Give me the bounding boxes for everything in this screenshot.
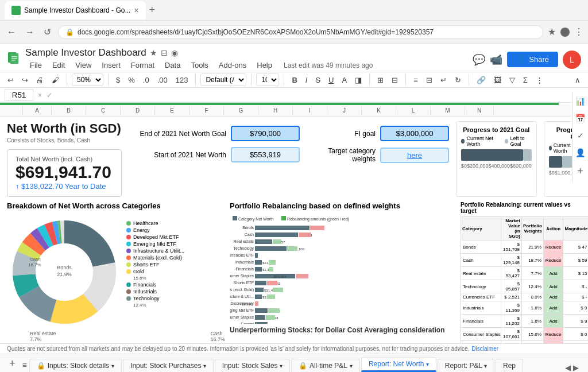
paint-format-button[interactable]: 🖌 bbox=[49, 74, 62, 86]
menu-data[interactable]: Data bbox=[160, 59, 185, 72]
image-button[interactable]: 🖼 bbox=[491, 74, 504, 86]
tab-alltime-pl[interactable]: 🔒 All-time P&L ▾ bbox=[291, 359, 360, 372]
tab-close-button[interactable]: × bbox=[134, 6, 138, 15]
tab-pl[interactable]: Report: P&L ▾ bbox=[438, 359, 494, 372]
share-button[interactable]: 👤 Share bbox=[507, 52, 558, 67]
col-g[interactable]: G bbox=[224, 106, 258, 115]
tab-dropdown-6[interactable]: ▾ bbox=[484, 363, 487, 369]
menu-tools[interactable]: Tools bbox=[186, 59, 212, 72]
address-bar[interactable]: 🔒 docs.google.com/spreadsheets/d/1uayfCj… bbox=[58, 25, 543, 39]
percent-button[interactable]: % bbox=[125, 74, 138, 86]
col-f[interactable]: F bbox=[189, 106, 224, 115]
target-weights-link[interactable]: here bbox=[380, 148, 449, 163]
divider-6 bbox=[369, 74, 370, 86]
sidebar-plus-icon[interactable]: + bbox=[577, 165, 583, 177]
tab-stock-sales[interactable]: Input: Stock Sales ▾ bbox=[215, 359, 290, 372]
currency-button[interactable]: $ bbox=[113, 74, 123, 86]
more-toolbar[interactable]: ⋮ bbox=[533, 74, 546, 86]
strikethrough-button[interactable]: S bbox=[312, 74, 323, 86]
underline-button[interactable]: U bbox=[326, 74, 336, 86]
refresh-button[interactable]: ↺ bbox=[41, 24, 53, 40]
increase-decimal[interactable]: .00 bbox=[154, 74, 171, 86]
tab-dropdown-2[interactable]: ▾ bbox=[203, 363, 206, 369]
tab-dropdown-3[interactable]: ▾ bbox=[280, 363, 283, 369]
tab-dropdown-4[interactable]: ▾ bbox=[350, 363, 353, 369]
col-b[interactable]: B bbox=[52, 106, 86, 115]
tab-scroll-right[interactable]: ▶ bbox=[573, 363, 579, 372]
menu-help[interactable]: Help bbox=[252, 59, 277, 72]
text-color-button[interactable]: A bbox=[339, 74, 350, 86]
align-button[interactable]: ≡ bbox=[411, 74, 421, 86]
svg-text:Infrastructure & Util...: Infrastructure & Util... bbox=[230, 294, 254, 299]
settings-icon[interactable]: ⋮ bbox=[574, 26, 583, 37]
menu-view[interactable]: View bbox=[71, 59, 96, 72]
chat-icon[interactable]: 💬 bbox=[473, 53, 485, 66]
col-k[interactable]: K bbox=[362, 106, 396, 115]
sheet-list-button[interactable]: ≡ bbox=[20, 358, 29, 372]
bookmark-star-icon[interactable]: ★ bbox=[548, 26, 556, 37]
bookmark-icon[interactable]: ⊟ bbox=[161, 48, 168, 57]
sidebar-contacts-icon[interactable]: 👤 bbox=[575, 148, 585, 157]
star-icon[interactable]: ★ bbox=[150, 48, 157, 57]
shorts-color bbox=[126, 262, 131, 267]
col-l[interactable]: L bbox=[396, 106, 431, 115]
tab-rep[interactable]: Rep bbox=[496, 359, 523, 372]
borders-button[interactable]: ⊞ bbox=[374, 74, 386, 86]
more-formats[interactable]: 123 bbox=[173, 74, 191, 86]
bold-button[interactable]: B bbox=[289, 74, 300, 86]
font-select[interactable]: Default (Ari...) bbox=[200, 73, 246, 86]
col-a[interactable]: A bbox=[23, 106, 52, 115]
zoom-select[interactable]: 50% bbox=[72, 73, 103, 86]
print-button[interactable]: 🖨 bbox=[33, 74, 47, 86]
col-c[interactable]: C bbox=[86, 106, 121, 115]
redo-button[interactable]: ↪ bbox=[19, 74, 31, 86]
tab-scroll-left[interactable]: ◀ bbox=[565, 363, 571, 372]
col-n[interactable]: N bbox=[465, 106, 494, 115]
formula-button[interactable]: Σ bbox=[520, 74, 531, 86]
tab-dropdown-5[interactable]: ▾ bbox=[426, 361, 429, 367]
drive-icon[interactable]: ◉ bbox=[171, 48, 178, 57]
valign-button[interactable]: ⊟ bbox=[423, 74, 435, 86]
cell-ref-input[interactable] bbox=[5, 89, 33, 101]
italic-button[interactable]: I bbox=[303, 74, 311, 86]
tab-stock-purchases[interactable]: Input: Stock Purchases ▾ bbox=[123, 359, 214, 372]
sidebar-tasks-icon[interactable]: ✓ bbox=[577, 131, 584, 140]
col-i[interactable]: I bbox=[293, 106, 327, 115]
col-d[interactable]: D bbox=[121, 106, 155, 115]
tab-net-worth[interactable]: Report: Net Worth ▾ bbox=[361, 357, 436, 372]
col-j[interactable]: J bbox=[327, 106, 362, 115]
menu-insert[interactable]: Insert bbox=[97, 59, 125, 72]
menu-addons[interactable]: Add-ons bbox=[214, 59, 251, 72]
merge-button[interactable]: ⊟ bbox=[389, 74, 401, 86]
disclaimer-link[interactable]: Disclaimer bbox=[471, 346, 498, 352]
active-tab[interactable]: Sample Investor Dashboard - Go... × bbox=[5, 1, 146, 20]
user-avatar[interactable]: L bbox=[563, 51, 581, 69]
menu-file[interactable]: File bbox=[25, 59, 47, 72]
link-button[interactable]: 🔗 bbox=[474, 74, 489, 86]
add-sheet-button[interactable]: + bbox=[5, 355, 20, 372]
collapse-toolbar[interactable]: ∧ bbox=[572, 74, 583, 86]
meet-icon[interactable]: 📹 bbox=[490, 53, 502, 66]
decrease-decimal[interactable]: .0 bbox=[140, 74, 152, 86]
fill-color-button[interactable]: ◨ bbox=[352, 74, 365, 86]
undo-button[interactable]: ↩ bbox=[5, 74, 17, 86]
menu-format[interactable]: Format bbox=[126, 59, 159, 72]
progress-2021-bar-track bbox=[461, 149, 532, 161]
col-m[interactable]: M bbox=[431, 106, 465, 115]
wrap-button[interactable]: ↵ bbox=[438, 74, 450, 86]
col-h[interactable]: H bbox=[258, 106, 293, 115]
menu-edit[interactable]: Edit bbox=[48, 59, 69, 72]
new-tab-button[interactable]: + bbox=[149, 4, 156, 16]
filter-button[interactable]: ▽ bbox=[506, 74, 518, 86]
rotate-button[interactable]: ↻ bbox=[452, 74, 464, 86]
tab-stock-details[interactable]: 🔒 Inputs: Stock details ▾ bbox=[29, 359, 122, 372]
back-button[interactable]: ← bbox=[5, 25, 18, 40]
forward-button[interactable]: → bbox=[23, 25, 37, 40]
formula-bar[interactable] bbox=[61, 94, 583, 96]
font-size-select[interactable]: 10 bbox=[256, 73, 279, 86]
sidebar-calendar-icon[interactable]: 📅 bbox=[575, 114, 585, 123]
extensions-icon[interactable] bbox=[560, 28, 570, 37]
sidebar-sheets-icon[interactable]: 📊 bbox=[575, 96, 585, 106]
col-e[interactable]: E bbox=[155, 106, 189, 115]
tab-dropdown-1[interactable]: ▾ bbox=[111, 363, 114, 369]
